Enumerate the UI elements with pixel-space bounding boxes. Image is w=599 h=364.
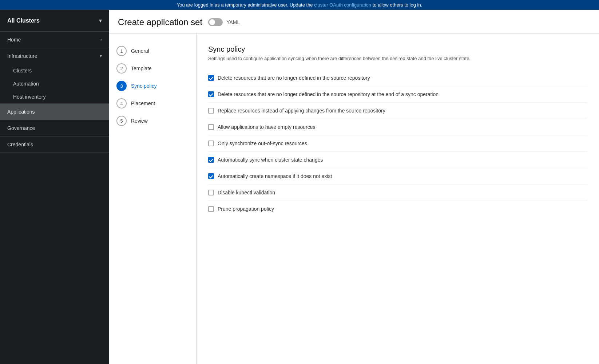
step-4-circle: 4 [116, 98, 127, 108]
toggle-thumb [209, 19, 215, 25]
sidebar: All Clusters ▾ Home › Infrastructure ▾ C… [0, 10, 109, 364]
dropdown-icon[interactable]: ▾ [99, 17, 102, 24]
checkbox-row-only-out-of-sync: Only synchronize out-of-sync resources [208, 135, 587, 152]
checkbox-label-only-out-of-sync: Only synchronize out-of-sync resources [218, 141, 307, 146]
banner-text: You are logged in as a temporary adminis… [177, 2, 313, 8]
form-panel: Sync policy Settings used to configure a… [197, 33, 599, 364]
page-title: Create application set [118, 17, 202, 27]
wizard-body: 1 General 2 Template 3 Sync policy [109, 33, 599, 364]
page-header: Create application set YAML [109, 10, 599, 33]
sidebar-home-label: Home [7, 37, 21, 43]
checkbox-replace-resources[interactable] [208, 108, 214, 114]
yaml-label: YAML [226, 19, 240, 25]
checkbox-disable-kubectl[interactable] [208, 190, 214, 195]
sidebar-item-governance[interactable]: Governance [0, 120, 109, 136]
sidebar-item-credentials[interactable]: Credentials [0, 136, 109, 153]
checkbox-row-replace-resources: Replace resources instead of applying ch… [208, 103, 587, 119]
sidebar-credentials-label: Credentials [7, 142, 33, 147]
step-3-circle: 3 [116, 81, 127, 91]
checkbox-label-prune-propagation: Prune propagation policy [218, 206, 274, 212]
checkbox-delete-resources-end[interactable] [208, 91, 214, 97]
step-5[interactable]: 5 Review [109, 112, 196, 130]
checkbox-allow-empty[interactable] [208, 124, 214, 130]
all-clusters-label: All Clusters [7, 17, 40, 24]
sidebar-item-applications[interactable]: Applications [0, 104, 109, 120]
step-2-circle: 2 [116, 63, 127, 74]
yaml-toggle-wrap: YAML [208, 18, 240, 26]
sidebar-item-clusters[interactable]: Clusters [0, 64, 109, 77]
sidebar-home-section: Home › [0, 32, 109, 48]
sidebar-item-automation[interactable]: Automation [0, 77, 109, 90]
banner-text-after: to allow others to log in. [373, 2, 423, 8]
sidebar-item-home[interactable]: Home › [0, 32, 109, 48]
step-3-label: Sync policy [131, 83, 157, 89]
step-1-circle: 1 [116, 46, 127, 56]
checkbox-label-auto-namespace: Automatically create namespace if it doe… [218, 173, 332, 179]
checkbox-row-prune-propagation: Prune propagation policy [208, 201, 587, 217]
step-3[interactable]: 3 Sync policy [109, 77, 196, 95]
step-5-circle: 5 [116, 116, 127, 126]
checkbox-row-allow-empty: Allow applications to have empty resourc… [208, 119, 587, 135]
yaml-toggle[interactable] [208, 18, 223, 26]
checkbox-label-allow-empty: Allow applications to have empty resourc… [218, 124, 315, 130]
home-chevron-icon: › [100, 37, 102, 42]
step-2[interactable]: 2 Template [109, 60, 196, 77]
sidebar-item-host-inventory[interactable]: Host inventory [0, 90, 109, 103]
oauth-link[interactable]: cluster OAuth configuration [314, 2, 371, 8]
step-4-label: Placement [131, 100, 155, 106]
checkbox-auto-namespace[interactable] [208, 173, 214, 179]
checkbox-row-delete-resources-end: Delete resources that are no longer defi… [208, 86, 587, 103]
checkbox-row-disable-kubectl: Disable kubectl validation [208, 185, 587, 201]
step-1[interactable]: 1 General [109, 42, 196, 60]
step-5-label: Review [131, 118, 148, 124]
sync-policy-desc: Settings used to configure application s… [208, 56, 499, 61]
steps-panel: 1 General 2 Template 3 Sync policy [109, 33, 197, 364]
step-1-label: General [131, 48, 149, 54]
sidebar-item-infrastructure[interactable]: Infrastructure ▾ [0, 48, 109, 64]
sync-policy-title: Sync policy [208, 45, 587, 54]
sidebar-governance-label: Governance [7, 125, 35, 131]
checkbox-label-auto-sync: Automatically sync when cluster state ch… [218, 157, 323, 163]
checkbox-label-disable-kubectl: Disable kubectl validation [218, 190, 275, 195]
checkboxes-container: Delete resources that are no longer defi… [208, 70, 587, 217]
checkbox-prune-propagation[interactable] [208, 206, 214, 212]
top-banner: You are logged in as a temporary adminis… [0, 0, 599, 10]
sidebar-header[interactable]: All Clusters ▾ [0, 10, 109, 32]
sidebar-infrastructure-label: Infrastructure [7, 53, 37, 59]
checkbox-auto-sync[interactable] [208, 157, 214, 163]
checkbox-row-delete-resources: Delete resources that are no longer defi… [208, 70, 587, 86]
checkbox-label-replace-resources: Replace resources instead of applying ch… [218, 108, 385, 114]
checkbox-label-delete-resources: Delete resources that are no longer defi… [218, 75, 370, 81]
sidebar-applications-section: Applications [0, 104, 109, 120]
checkbox-delete-resources[interactable] [208, 75, 214, 81]
infrastructure-chevron-icon: ▾ [100, 54, 102, 59]
checkbox-only-out-of-sync[interactable] [208, 141, 214, 146]
step-4[interactable]: 4 Placement [109, 95, 196, 112]
sidebar-applications-label: Applications [7, 109, 35, 115]
sidebar-infrastructure-section: Infrastructure ▾ Clusters Automation Hos… [0, 48, 109, 104]
sidebar-governance-section: Governance [0, 120, 109, 136]
checkbox-label-delete-resources-end: Delete resources that are no longer defi… [218, 91, 439, 97]
toggle-track [208, 18, 223, 26]
main-content: Create application set YAML 1 General [109, 10, 599, 364]
step-2-label: Template [131, 66, 152, 71]
checkbox-row-auto-sync: Automatically sync when cluster state ch… [208, 152, 587, 168]
checkbox-row-auto-namespace: Automatically create namespace if it doe… [208, 168, 587, 185]
sidebar-credentials-section: Credentials [0, 136, 109, 153]
